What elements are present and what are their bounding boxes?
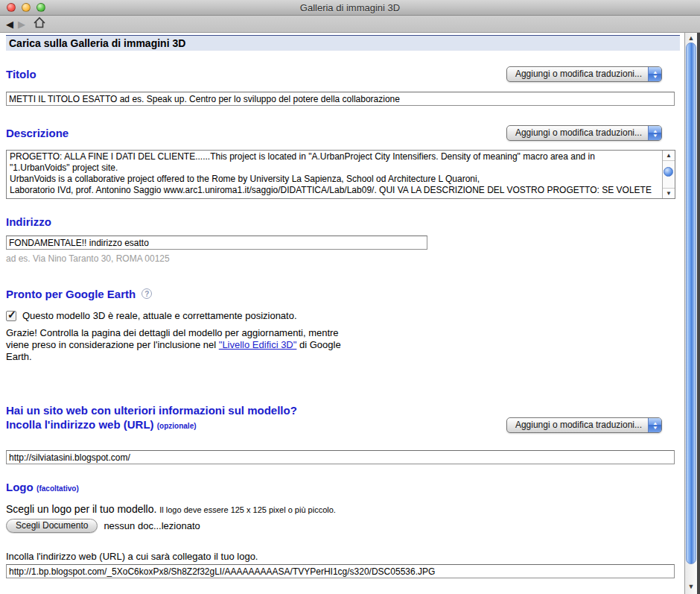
titlebar: Galleria di immagini 3D	[0, 0, 700, 16]
stepper-arrows-icon: ▲ ▼	[648, 67, 661, 81]
section-title-titolo: Titolo	[6, 68, 36, 80]
close-window-button[interactable]	[7, 3, 16, 12]
indirizzo-input[interactable]	[6, 236, 427, 250]
section-title-descrizione: Descrizione	[6, 127, 69, 139]
logo-url-label: Incolla l'indirizzo web (URL) a cui sarà…	[6, 551, 684, 562]
browser-toolbar: ◀ ▶	[0, 16, 700, 33]
website-url-label: Incolla l'indirizzo web (URL) (opzionale…	[6, 417, 197, 433]
descrizione-textarea[interactable]: PROGETTO: ALLA FINE I DATI DEL CLIENTE..…	[7, 151, 661, 198]
google-earth-thanks: Grazie! Controlla la pagina dei dettagli…	[6, 327, 356, 363]
back-icon[interactable]: ◀	[6, 19, 13, 29]
livello-edifici-link[interactable]: "Livello Edifici 3D"	[219, 339, 297, 350]
facoltativo-note: (facoltativo)	[36, 484, 79, 493]
home-icon-glyph	[33, 16, 46, 29]
google-earth-checkbox-label: Questo modello 3D è reale, attuale e cor…	[22, 310, 297, 321]
stepper-arrows-icon: ▲ ▼	[648, 126, 661, 140]
translations-select-label: Aggiungi o modifica traduzioni...	[507, 67, 648, 81]
choose-file-button[interactable]: Scegli Documento	[6, 519, 98, 533]
zoom-window-button[interactable]	[36, 3, 45, 12]
logo-size-hint: Il logo deve essere 125 x 125 pixel o pi…	[159, 505, 336, 514]
translations-select-label: Aggiungi o modifica traduzioni...	[507, 418, 648, 432]
scroll-down-icon[interactable]: ▼	[685, 581, 697, 593]
logo-url-input[interactable]	[6, 564, 675, 578]
stepper-arrows-icon: ▲ ▼	[648, 418, 661, 432]
file-status-text: nessun doc...lezionato	[104, 520, 200, 531]
browser-window: Galleria di immagini 3D ◀ ▶ Carica sulla…	[0, 0, 700, 594]
optional-note: (opzionale)	[157, 422, 197, 430]
desktop-edge	[697, 33, 700, 594]
translations-select-titolo[interactable]: Aggiungi o modifica traduzioni... ▲ ▼	[506, 66, 662, 82]
google-earth-checkbox[interactable]: ✓	[6, 311, 16, 321]
forward-icon[interactable]: ▶	[18, 19, 25, 29]
descrizione-field: PROGETTO: ALLA FINE I DATI DEL CLIENTE..…	[6, 150, 675, 199]
section-title-indirizzo: Indirizzo	[6, 215, 684, 228]
scroll-up-icon[interactable]: ▲	[663, 151, 675, 161]
website-question: Hai un sito web con ulteriori informazio…	[6, 403, 684, 417]
website-url-input[interactable]	[6, 450, 675, 464]
page-content: Carica sulla Galleria di immagini 3D Tit…	[0, 33, 684, 594]
scrollbar-thumb[interactable]	[686, 42, 696, 564]
section-title-logo: Logo	[6, 481, 34, 493]
titolo-input[interactable]	[6, 92, 675, 106]
scrollbar-thumb[interactable]	[664, 167, 673, 177]
textarea-scrollbar[interactable]: ▲ ▼	[662, 151, 675, 198]
section-title-google-earth: Pronto per Google Earth	[6, 288, 136, 300]
logo-choose-text: Scegli un logo per il tuo modello.	[6, 503, 156, 515]
check-icon: ✓	[7, 309, 16, 320]
home-icon[interactable]	[33, 16, 46, 32]
window-controls	[7, 3, 45, 12]
page-title: Carica sulla Galleria di immagini 3D	[6, 35, 680, 51]
translations-select-descrizione[interactable]: Aggiungi o modifica traduzioni... ▲ ▼	[506, 125, 662, 141]
scroll-down-icon[interactable]: ▼	[663, 188, 675, 198]
help-icon[interactable]: ?	[141, 288, 152, 299]
minimize-window-button[interactable]	[22, 3, 31, 12]
indirizzo-hint: ad es. Via Nino Taranto 30, ROMA 00125	[6, 253, 684, 264]
translations-select-label: Aggiungi o modifica traduzioni...	[507, 126, 648, 140]
translations-select-website[interactable]: Aggiungi o modifica traduzioni... ▲ ▼	[506, 417, 662, 433]
window-scrollbar[interactable]: ▲ ▼	[684, 33, 697, 594]
window-title: Galleria di immagini 3D	[0, 2, 700, 13]
